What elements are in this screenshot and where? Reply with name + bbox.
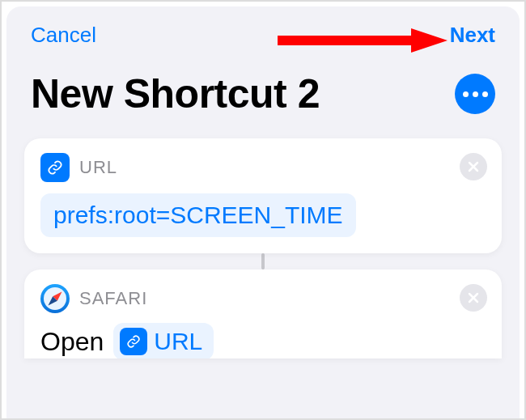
- safari-icon: [40, 284, 70, 313]
- remove-action-button[interactable]: [460, 153, 487, 180]
- ellipsis-icon: [463, 91, 469, 97]
- action-card-url: URL prefs:root=SCREEN_TIME: [24, 138, 502, 253]
- url-input[interactable]: prefs:root=SCREEN_TIME: [40, 193, 356, 237]
- close-icon: [468, 292, 479, 303]
- next-button[interactable]: Next: [450, 23, 495, 48]
- open-label: Open: [40, 327, 104, 357]
- title-row: New Shortcut 2: [6, 56, 520, 138]
- connector-line: [261, 253, 265, 269]
- url-variable-chip[interactable]: URL: [113, 323, 214, 358]
- more-button[interactable]: [455, 74, 495, 114]
- page-title: New Shortcut 2: [31, 70, 320, 117]
- action-app-label: URL: [79, 157, 117, 178]
- remove-action-button[interactable]: [460, 284, 487, 312]
- close-icon: [468, 161, 479, 172]
- cancel-button[interactable]: Cancel: [31, 23, 96, 48]
- navbar: Cancel Next: [6, 6, 520, 56]
- action-card-safari: SAFARI Open URL: [24, 269, 502, 358]
- chip-label: URL: [154, 328, 202, 355]
- link-icon: [120, 328, 147, 355]
- action-app-label: SAFARI: [79, 288, 147, 309]
- link-icon: [40, 153, 70, 182]
